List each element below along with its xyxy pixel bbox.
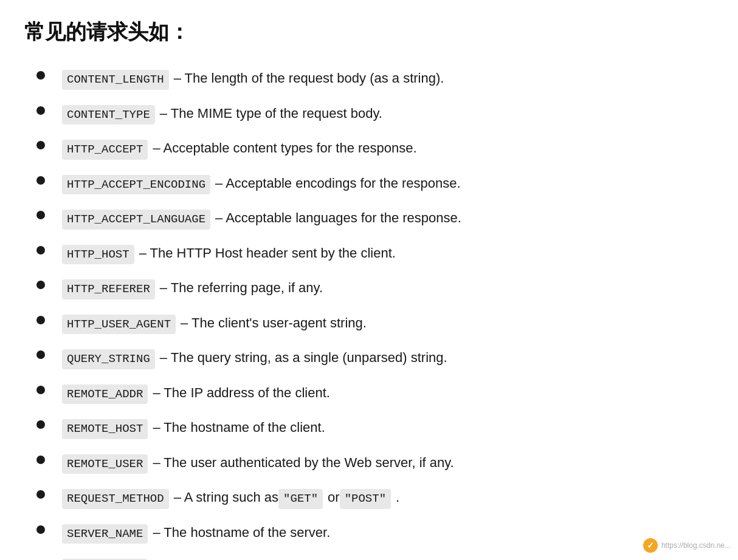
bullet-icon [36, 386, 45, 394]
header-key: HTTP_ACCEPT_LANGUAGE [62, 210, 210, 230]
item-content: HTTP_ACCEPT – Acceptable content types f… [62, 138, 417, 160]
header-key: REMOTE_ADDR [62, 384, 148, 405]
desc-text: – The port of the server (as a string). [153, 557, 370, 560]
list-item: REQUEST_METHOD – A string such as "GET" … [36, 487, 714, 509]
list-item: HTTP_ACCEPT_LANGUAGE – Acceptable langua… [36, 208, 714, 230]
desc-text: – A string such as [174, 487, 278, 507]
item-content: HTTP_USER_AGENT – The client's user-agen… [62, 313, 367, 335]
item-content: REQUEST_METHOD – A string such as "GET" … [62, 487, 399, 509]
desc-text: – The hostname of the server. [153, 522, 330, 542]
bullet-icon [36, 316, 45, 324]
header-key: SERVER_NAME [62, 524, 148, 544]
desc-text: – The IP address of the client. [153, 383, 329, 403]
bullet-icon [36, 525, 45, 534]
desc-text: – The user authenticated by the Web serv… [153, 452, 453, 473]
list-item: HTTP_ACCEPT_ENCODING – Acceptable encodi… [36, 173, 714, 195]
item-content: HTTP_REFERER – The referring page, if an… [62, 278, 323, 299]
item-content: SERVER_NAME – The hostname of the server… [62, 522, 330, 544]
inline-code: "POST" [340, 489, 391, 509]
header-key: HTTP_ACCEPT [62, 140, 148, 160]
list-item: REMOTE_HOST – The hostname of the client… [36, 417, 714, 439]
watermark: ✓ https://blog.csdn.ne... [643, 538, 731, 553]
desc-text: – The referring page, if any. [160, 278, 323, 298]
item-content: REMOTE_ADDR – The IP address of the clie… [62, 383, 330, 405]
header-key: HTTP_REFERER [62, 279, 155, 299]
bullet-icon [36, 420, 45, 429]
list-item: HTTP_USER_AGENT – The client's user-agen… [36, 313, 714, 335]
list-item: CONTENT_TYPE – The MIME type of the requ… [36, 103, 714, 125]
list-item: SERVER_PORT – The port of the server (as… [36, 557, 714, 560]
bullet-icon [36, 106, 45, 115]
bullet-icon [36, 350, 45, 359]
desc-text: – Acceptable content types for the respo… [153, 138, 416, 158]
item-content: HTTP_HOST – The HTTP Host header sent by… [62, 243, 396, 265]
bullet-icon [36, 141, 45, 149]
desc-text: or [328, 487, 340, 507]
inline-code: "GET" [278, 489, 323, 509]
list-item: SERVER_NAME – The hostname of the server… [36, 522, 714, 544]
desc-text: – The hostname of the client. [153, 417, 325, 437]
item-content: CONTENT_TYPE – The MIME type of the requ… [62, 103, 382, 125]
bullet-icon [36, 71, 45, 80]
list-item: HTTP_HOST – The HTTP Host header sent by… [36, 243, 714, 265]
header-key: HTTP_USER_AGENT [62, 315, 176, 335]
request-headers-list: CONTENT_LENGTH – The length of the reque… [36, 68, 714, 560]
watermark-icon: ✓ [643, 538, 658, 553]
header-key: CONTENT_LENGTH [62, 70, 169, 90]
header-key: QUERY_STRING [62, 349, 155, 369]
bullet-icon [36, 456, 45, 464]
header-key: REMOTE_HOST [62, 419, 148, 439]
header-key: HTTP_ACCEPT_ENCODING [62, 175, 210, 195]
desc-text: – The query string, as a single (unparse… [160, 347, 447, 367]
page-heading: 常见的请求头如： [24, 18, 714, 46]
list-item: CONTENT_LENGTH – The length of the reque… [36, 68, 714, 90]
desc-text: – The HTTP Host header sent by the clien… [139, 243, 396, 263]
item-content: REMOTE_HOST – The hostname of the client… [62, 417, 325, 439]
desc-text: – Acceptable encodings for the response. [215, 173, 461, 193]
header-key: REMOTE_USER [62, 454, 148, 474]
bullet-icon [36, 176, 45, 185]
item-content: CONTENT_LENGTH – The length of the reque… [62, 68, 444, 90]
list-item: REMOTE_ADDR – The IP address of the clie… [36, 383, 714, 405]
list-item: HTTP_ACCEPT – Acceptable content types f… [36, 138, 714, 160]
desc-text: – The client's user-agent string. [181, 313, 367, 333]
bullet-icon [36, 490, 45, 499]
item-content: SERVER_PORT – The port of the server (as… [62, 557, 370, 560]
bullet-icon [36, 211, 45, 219]
desc-text: – The length of the request body (as a s… [174, 68, 444, 88]
bullet-icon [36, 281, 45, 289]
bullet-icon [36, 246, 45, 254]
watermark-text: https://blog.csdn.ne... [661, 541, 731, 550]
list-item: REMOTE_USER – The user authenticated by … [36, 452, 714, 474]
header-key: REQUEST_METHOD [62, 489, 169, 509]
desc-text: – The MIME type of the request body. [160, 103, 382, 123]
desc-text: – Acceptable languages for the response. [215, 208, 461, 228]
desc-text: . [396, 487, 399, 507]
item-content: QUERY_STRING – The query string, as a si… [62, 347, 447, 369]
item-content: REMOTE_USER – The user authenticated by … [62, 452, 454, 474]
list-item: HTTP_REFERER – The referring page, if an… [36, 278, 714, 299]
item-content: HTTP_ACCEPT_LANGUAGE – Acceptable langua… [62, 208, 461, 230]
list-item: QUERY_STRING – The query string, as a si… [36, 347, 714, 369]
header-key: CONTENT_TYPE [62, 105, 155, 125]
header-key: HTTP_HOST [62, 245, 134, 265]
item-content: HTTP_ACCEPT_ENCODING – Acceptable encodi… [62, 173, 461, 195]
